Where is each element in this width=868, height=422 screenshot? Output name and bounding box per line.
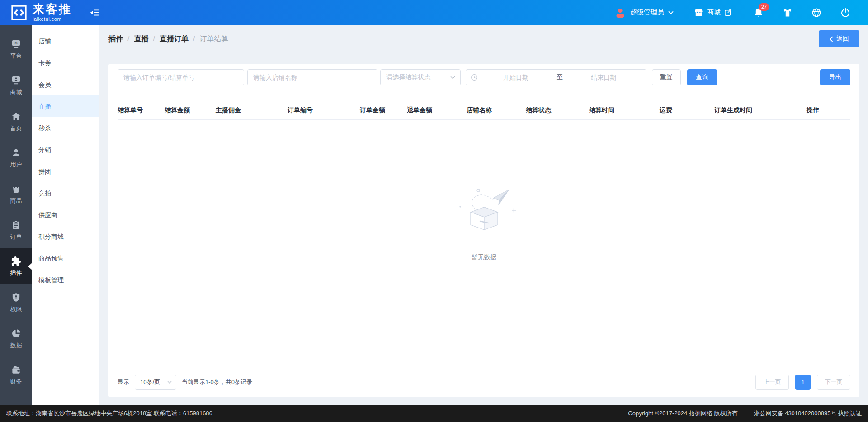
sidebar-item-data[interactable]: 数据 <box>0 321 32 357</box>
brand-logo-icon <box>10 4 28 22</box>
export-button[interactable]: 导出 <box>820 69 850 85</box>
submenu-item-presale[interactable]: 商品预售 <box>32 247 99 269</box>
external-link-icon <box>724 8 732 17</box>
sidebar-item-label: 权限 <box>10 305 22 313</box>
sidebar-item-users[interactable]: 用户 <box>0 140 32 176</box>
top-bar: 来客推 laiketui.com 超级管理员 商城 <box>0 0 868 25</box>
shopping-bag-icon <box>11 184 21 194</box>
pagination-bar: 显示 10条/页 当前显示1-0条，共0条记录 上一页 1 下一页 <box>118 375 850 390</box>
search-button[interactable]: 查询 <box>687 69 717 85</box>
column-header: 订单编号 <box>288 106 360 114</box>
column-header: 运费 <box>660 106 714 114</box>
sidebar-item-finance[interactable]: 财务 <box>0 357 32 393</box>
column-header: 店铺名称 <box>467 106 526 114</box>
sidebar-item-permissions[interactable]: 权限 <box>0 284 32 321</box>
page-size-select[interactable]: 10条/页 <box>135 375 176 390</box>
submenu-item-shop[interactable]: 店铺 <box>32 30 99 52</box>
table-header-row: 结算单号 结算金额 主播佣金 订单编号 订单金额 退单金额 店铺名称 结算状态 … <box>118 101 850 120</box>
user-menu[interactable]: 超级管理员 <box>614 7 674 19</box>
sidebar-item-label: 财务 <box>10 378 22 386</box>
sidebar-item-platform[interactable]: S 平台 <box>0 31 32 67</box>
logout-button[interactable] <box>840 7 851 18</box>
sidebar-item-label: 订单 <box>10 233 22 241</box>
language-button[interactable] <box>811 7 822 18</box>
prev-page-button[interactable]: 上一页 <box>755 375 789 390</box>
submenu-item-templates[interactable]: 模板管理 <box>32 269 99 291</box>
column-header: 操作 <box>807 106 850 114</box>
sidebar-item-plugins[interactable]: 插件 <box>0 248 32 284</box>
column-header: 主播佣金 <box>216 106 288 114</box>
mall-label: 商城 <box>707 8 721 17</box>
sidebar-item-home[interactable]: 首页 <box>0 104 32 140</box>
breadcrumb-current: 订单结算 <box>199 34 228 44</box>
content-area: 插件 / 直播 / 直播订单 / 订单结算 返回 请选择结算状态 <box>99 25 868 405</box>
start-date-input[interactable] <box>478 74 554 81</box>
empty-box-illustration <box>448 183 520 235</box>
sidebar-item-orders[interactable]: 订单 <box>0 212 32 248</box>
footer-beian[interactable]: 湘公网安备 43010402000895号 执照认证 <box>754 409 862 417</box>
current-page-button[interactable]: 1 <box>795 375 811 390</box>
footer-contact: 联系地址：湖南省长沙市岳麓区绿地中央广场6栋2018室 联系电话：6159816… <box>6 409 212 417</box>
settlement-card: 请选择结算状态 至 重置 查询 导出 <box>108 64 859 397</box>
brand-title: 来客推 <box>33 3 72 15</box>
footer-copyright: Copyright ©2017-2024 拾捌网络 版权所有 <box>628 409 737 417</box>
user-icon <box>11 147 21 158</box>
breadcrumb: 插件 / 直播 / 直播订单 / 订单结算 <box>108 34 228 44</box>
svg-text:S: S <box>14 41 17 45</box>
breadcrumb-item[interactable]: 直播订单 <box>160 34 189 44</box>
mall-link[interactable]: 商城 <box>693 7 732 18</box>
breadcrumb-separator: / <box>153 35 155 43</box>
column-header: 结算状态 <box>526 106 589 114</box>
pagination-summary: 当前显示1-0条，共0条记录 <box>182 378 252 386</box>
shop-name-input[interactable] <box>247 69 377 85</box>
clock-icon <box>471 74 478 81</box>
power-icon <box>840 7 851 18</box>
submenu-item-live[interactable]: 直播 <box>32 95 99 117</box>
date-range-picker[interactable]: 至 <box>466 69 646 85</box>
empty-state: 暂无数据 <box>118 120 850 375</box>
settlement-status-select[interactable]: 请选择结算状态 <box>380 69 461 85</box>
submenu-item-distribution[interactable]: 分销 <box>32 139 99 161</box>
sidebar-item-label: 用户 <box>10 161 22 169</box>
secondary-sidebar: 店铺 卡券 会员 直播 秒杀 分销 拼团 竞拍 供应商 积分商城 商品预售 模板… <box>32 25 99 405</box>
sidebar-item-label: 商城 <box>10 88 22 96</box>
sidebar-item-media[interactable] <box>0 393 32 405</box>
puzzle-icon <box>11 256 21 266</box>
submenu-active-notch <box>28 263 32 270</box>
theme-button[interactable] <box>782 7 793 18</box>
order-number-input[interactable] <box>118 69 244 85</box>
breadcrumb-item[interactable]: 直播 <box>134 34 148 44</box>
submenu-item-group-buy[interactable]: 拼团 <box>32 161 99 182</box>
submenu-item-flash-sale[interactable]: 秒杀 <box>32 117 99 139</box>
user-name: 超级管理员 <box>630 8 664 17</box>
breadcrumb-separator: / <box>127 35 129 43</box>
page-footer: 联系地址：湖南省长沙市岳麓区绿地中央广场6栋2018室 联系电话：6159816… <box>0 405 868 422</box>
mall-card-icon <box>11 75 21 85</box>
primary-sidebar: S 平台 商城 首页 用户 <box>0 25 32 405</box>
submenu-item-points-mall[interactable]: 积分商城 <box>32 226 99 247</box>
breadcrumb-item[interactable]: 插件 <box>108 34 123 44</box>
column-header: 订单金额 <box>360 106 407 114</box>
reset-button[interactable]: 重置 <box>652 69 681 85</box>
menu-collapse-icon[interactable] <box>89 7 100 18</box>
filter-bar: 请选择结算状态 至 重置 查询 导出 <box>118 69 850 85</box>
wallet-icon <box>11 365 21 375</box>
brand-subtitle: laiketui.com <box>33 17 72 22</box>
page-size-label: 显示 <box>118 378 129 386</box>
submenu-item-supplier[interactable]: 供应商 <box>32 204 99 226</box>
sidebar-item-goods[interactable]: 商品 <box>0 176 32 212</box>
submenu-item-auction[interactable]: 竞拍 <box>32 182 99 204</box>
end-date-input[interactable] <box>566 74 642 81</box>
notifications-button[interactable]: 27 <box>753 7 764 18</box>
brand-logo: 来客推 laiketui.com <box>10 3 72 22</box>
next-page-button[interactable]: 下一页 <box>817 375 850 390</box>
column-header: 订单生成时间 <box>714 106 807 114</box>
submenu-item-coupons[interactable]: 卡券 <box>32 52 99 74</box>
submenu-item-members[interactable]: 会员 <box>32 74 99 95</box>
column-header: 退单金额 <box>407 106 467 114</box>
column-header: 结算时间 <box>589 106 660 114</box>
chevron-down-icon <box>450 76 455 79</box>
avatar <box>614 7 626 19</box>
sidebar-item-mall[interactable]: 商城 <box>0 67 32 104</box>
back-button[interactable]: 返回 <box>819 30 859 47</box>
